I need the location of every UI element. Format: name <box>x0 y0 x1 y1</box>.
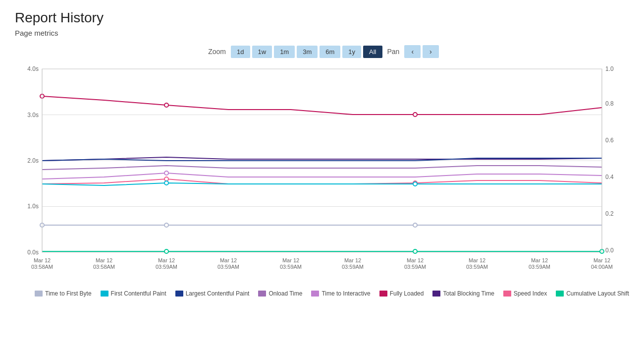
svg-point-40 <box>164 177 168 181</box>
legend-first-contentful-paint: First Contentful Paint <box>101 290 166 297</box>
svg-text:3.0s: 3.0s <box>27 112 39 119</box>
zoom-1w[interactable]: 1w <box>252 46 272 58</box>
svg-text:2.0s: 2.0s <box>27 157 39 164</box>
chart-legend: Time to First Byte First Contentful Pain… <box>15 290 629 297</box>
legend-swatch-cls <box>556 291 564 297</box>
legend-swatch-fcp <box>101 291 108 297</box>
svg-point-49 <box>413 249 417 253</box>
zoom-pan-bar: Zoom 1d 1w 1m 3m 6m 1y All Pan ‹ › <box>15 45 629 58</box>
legend-label-fcp: First Contentful Paint <box>111 290 166 297</box>
legend-label-tti: Time to Interactive <box>322 290 370 297</box>
legend-label-cls: Cumulative Layout Shift <box>566 290 629 297</box>
svg-text:Mar 12: Mar 12 <box>96 257 112 263</box>
legend-largest-contentful-paint: Largest Contentful Paint <box>175 290 250 297</box>
legend-swatch-si <box>503 291 511 297</box>
legend-swatch-lcp <box>175 291 183 297</box>
zoom-label: Zoom <box>208 48 226 56</box>
svg-text:0.2: 0.2 <box>605 210 614 217</box>
zoom-3m[interactable]: 3m <box>297 46 318 58</box>
svg-text:Mar 12: Mar 12 <box>158 257 175 263</box>
svg-text:03:59AM: 03:59AM <box>404 264 426 270</box>
svg-text:1.0: 1.0 <box>605 65 614 72</box>
svg-text:03:59AM: 03:59AM <box>217 264 239 270</box>
svg-point-39 <box>413 113 417 117</box>
svg-point-47 <box>413 223 417 227</box>
svg-text:0.4: 0.4 <box>605 174 614 180</box>
svg-text:Mar 12: Mar 12 <box>344 257 361 263</box>
svg-text:Mar 12: Mar 12 <box>469 257 485 263</box>
svg-point-44 <box>413 182 417 186</box>
page-subtitle: Page metrics <box>15 29 629 37</box>
svg-text:0.0s: 0.0s <box>27 249 39 256</box>
legend-swatch-fl <box>379 291 387 297</box>
svg-text:Mar 12: Mar 12 <box>593 257 610 263</box>
svg-text:Mar 12: Mar 12 <box>220 257 237 263</box>
svg-text:Mar 12: Mar 12 <box>282 257 299 263</box>
legend-label-fl: Fully Loaded <box>390 290 424 297</box>
legend-swatch-onload <box>258 291 266 297</box>
svg-text:03:58AM: 03:58AM <box>93 264 115 270</box>
legend-fully-loaded: Fully Loaded <box>379 290 424 297</box>
chart-container: 4.0s 3.0s 2.0s 1.0s 0.0s 1.0 0.8 0.6 0.4… <box>15 64 629 297</box>
svg-text:03:58AM: 03:58AM <box>31 264 53 270</box>
pan-prev-button[interactable]: ‹ <box>404 45 421 58</box>
pan-next-button[interactable]: › <box>423 45 439 58</box>
svg-point-48 <box>164 249 168 253</box>
svg-point-42 <box>164 171 168 175</box>
svg-text:0.6: 0.6 <box>605 137 614 144</box>
svg-text:Mar 12: Mar 12 <box>531 257 548 263</box>
zoom-1y[interactable]: 1y <box>342 46 361 58</box>
svg-text:0.0: 0.0 <box>605 247 614 254</box>
zoom-6m[interactable]: 6m <box>320 46 340 58</box>
svg-point-46 <box>164 223 168 227</box>
legend-time-to-interactive: Time to Interactive <box>311 290 370 297</box>
svg-text:03:59AM: 03:59AM <box>466 264 488 270</box>
svg-text:Mar 12: Mar 12 <box>407 257 424 263</box>
chart-svg: 4.0s 3.0s 2.0s 1.0s 0.0s 1.0 0.8 0.6 0.4… <box>15 64 629 284</box>
svg-text:0.8: 0.8 <box>605 100 614 107</box>
legend-speed-index: Speed Index <box>503 290 547 297</box>
svg-point-43 <box>164 181 168 185</box>
legend-label-ttfb: Time to First Byte <box>45 290 92 297</box>
legend-label-tbt: Total Blocking Time <box>443 290 494 297</box>
legend-cumulative-layout-shift: Cumulative Layout Shift <box>556 290 629 297</box>
svg-text:1.0s: 1.0s <box>27 203 39 210</box>
svg-text:03:59AM: 03:59AM <box>342 264 364 270</box>
svg-text:03:59AM: 03:59AM <box>280 264 302 270</box>
svg-point-38 <box>164 103 168 107</box>
legend-label-lcp: Largest Contentful Paint <box>186 290 250 297</box>
legend-label-si: Speed Index <box>514 290 547 297</box>
svg-text:04:00AM: 04:00AM <box>591 264 613 270</box>
svg-text:03:59AM: 03:59AM <box>156 264 177 270</box>
legend-swatch-ttfb <box>35 291 43 297</box>
legend-total-blocking-time: Total Blocking Time <box>432 290 494 297</box>
legend-swatch-tbt <box>432 291 440 297</box>
page-title: Report History <box>15 10 629 26</box>
svg-text:4.0s: 4.0s <box>27 65 39 72</box>
zoom-1d[interactable]: 1d <box>231 46 250 58</box>
legend-time-to-first-byte: Time to First Byte <box>35 290 92 297</box>
legend-label-onload: Onload Time <box>268 290 302 297</box>
zoom-all[interactable]: All <box>363 46 382 58</box>
svg-text:Mar 12: Mar 12 <box>34 257 51 263</box>
zoom-1m[interactable]: 1m <box>274 46 295 58</box>
legend-onload-time: Onload Time <box>258 290 302 297</box>
pan-label: Pan <box>387 48 400 56</box>
svg-text:03:59AM: 03:59AM <box>529 264 550 270</box>
legend-swatch-tti <box>311 291 319 297</box>
